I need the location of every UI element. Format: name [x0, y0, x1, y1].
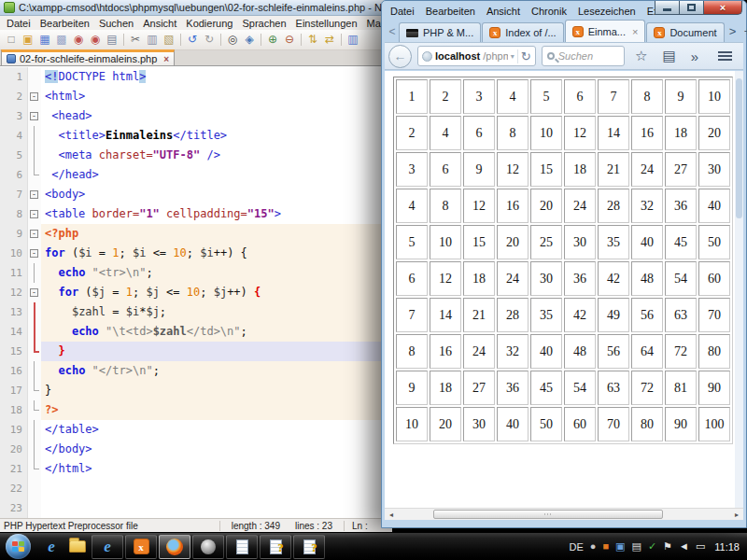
ff-menu-lesezeichen[interactable]: Lesezeichen	[572, 6, 641, 17]
zoom-out-icon[interactable]: ⊖	[281, 32, 298, 48]
code-editor[interactable]: 1<!DOCTYPE html>2-<html>3- <head>4 <titl…	[0, 67, 392, 518]
maximize-button[interactable]	[679, 1, 704, 15]
taskbar-clock[interactable]: 11:18	[714, 541, 740, 553]
npp-menu-datei[interactable]: Datei	[2, 18, 35, 29]
table-cell: 8	[631, 79, 663, 114]
fold-margin[interactable]: -	[28, 87, 41, 106]
tray-update-icon[interactable]: ✓	[648, 541, 656, 552]
ff-menu-chronik[interactable]: Chronik	[526, 6, 572, 17]
zoom-in-icon[interactable]: ⊕	[264, 32, 281, 48]
fold-margin[interactable]: -	[28, 283, 41, 302]
browser-tab-4[interactable]: xDocument	[646, 22, 724, 42]
new-tab-button[interactable]: +	[740, 22, 747, 42]
close-all-icon[interactable]: ◉	[87, 32, 104, 48]
tab-scroll-right-icon[interactable]: >	[726, 22, 740, 42]
notepadpp-file-tab[interactable]: 02-for-schleife-einmaleins.php ×	[1, 49, 175, 65]
table-cell: 48	[564, 334, 596, 369]
tray-network-icon[interactable]: ▭	[696, 541, 705, 552]
code-text: for ($i = 1; $i <= 10; $i++) {	[41, 244, 392, 263]
fold-box-icon[interactable]: -	[30, 190, 38, 199]
npp-menu-ansicht[interactable]: Ansicht	[138, 18, 181, 29]
taskbar-help-doc-button[interactable]: ?	[260, 535, 291, 559]
tray-display-icon[interactable]: ▣	[615, 541, 625, 552]
sync-h-icon[interactable]: ⇄	[321, 32, 338, 48]
fold-box-icon[interactable]: -	[30, 112, 38, 120]
undo-icon[interactable]: ↺	[184, 32, 201, 48]
fold-margin[interactable]: -	[28, 244, 41, 263]
vscroll-thumb[interactable]	[736, 78, 742, 218]
ff-menu-datei[interactable]: Datei	[385, 6, 420, 17]
fold-margin[interactable]: -	[28, 224, 41, 244]
pinned-explorer-icon[interactable]	[64, 535, 91, 559]
reload-icon[interactable]: ↻	[521, 49, 531, 63]
redo-icon[interactable]: ↻	[201, 32, 218, 48]
scroll-right-icon[interactable]: ▸	[730, 511, 743, 519]
paste-icon[interactable]: ▧	[161, 32, 177, 48]
vertical-scrollbar[interactable]	[735, 71, 743, 508]
scroll-left-icon[interactable]: ◂	[385, 511, 398, 519]
url-bar[interactable]: localhost /phpmysql/uel ▾ ↻	[417, 46, 536, 66]
start-button[interactable]	[6, 534, 31, 559]
bookmarks-clipboard-icon[interactable]: ▤	[657, 48, 680, 64]
pinned-ie-icon[interactable]: e	[38, 535, 64, 559]
language-indicator[interactable]: DE	[569, 541, 583, 553]
fold-box-icon[interactable]: -	[30, 249, 38, 258]
search-input[interactable]: Suchen	[542, 46, 625, 66]
tray-volume-icon[interactable]: ◄	[679, 541, 689, 552]
fold-box-icon[interactable]: -	[30, 230, 38, 238]
close-file-icon[interactable]: ◉	[70, 32, 87, 48]
tab-scroll-left-icon[interactable]: <	[386, 22, 399, 42]
replace-icon[interactable]: ◈	[241, 32, 258, 48]
open-file-icon[interactable]: ▣	[20, 32, 36, 48]
npp-menu-sprachen[interactable]: Sprachen	[237, 18, 290, 29]
fold-box-icon[interactable]: -	[30, 92, 38, 101]
tab-close-icon[interactable]: ×	[632, 26, 638, 37]
back-button[interactable]: ←	[388, 45, 412, 68]
browser-content: 1234567891024681012141618203691215182124…	[385, 71, 735, 508]
bookmark-star-icon[interactable]: ☆	[630, 48, 652, 64]
fold-box-icon[interactable]: -	[30, 288, 38, 297]
tray-xampp-icon[interactable]: ■	[602, 541, 609, 552]
print-icon[interactable]: ▤	[104, 32, 120, 48]
browser-tab-2[interactable]: xIndex of /...	[482, 22, 563, 42]
browser-tab-1[interactable]: PHP & M...	[399, 22, 481, 42]
menu-hamburger-icon[interactable]	[711, 51, 740, 61]
tray-keyboard-icon[interactable]: ▤	[631, 541, 641, 552]
taskbar-help-doc-2-button[interactable]: ?	[293, 535, 325, 559]
npp-menu-bearbeiten[interactable]: Bearbeiten	[35, 18, 94, 29]
fold-box-icon[interactable]: -	[30, 210, 38, 218]
notepadpp-titlebar[interactable]: C:\xampp-cmsod\htdocs\phpmysql\uebungen\…	[0, 0, 392, 16]
minimize-button[interactable]	[655, 1, 680, 15]
taskbar-xampp-button[interactable]: x	[125, 535, 157, 559]
find-icon[interactable]: ◎	[224, 32, 241, 48]
copy-icon[interactable]: ▥	[144, 32, 161, 48]
fold-margin[interactable]: -	[28, 204, 41, 224]
taskbar-notepad-button[interactable]	[226, 535, 258, 559]
taskbar-app-button[interactable]	[192, 535, 224, 559]
ff-menu-ansicht[interactable]: Ansicht	[481, 6, 526, 17]
tab-close-icon[interactable]: ×	[163, 54, 169, 64]
url-dropdown-icon[interactable]: ▾	[511, 52, 514, 61]
save-all-icon[interactable]: ▩	[53, 32, 70, 48]
save-icon[interactable]: ▦	[36, 32, 53, 48]
overflow-icon[interactable]: »	[686, 49, 703, 64]
fold-margin[interactable]: -	[28, 185, 41, 204]
horizontal-scrollbar[interactable]: ◂ ▸	[385, 508, 743, 520]
browser-tab-3[interactable]: xEinma...×	[565, 20, 646, 42]
tray-flag-icon[interactable]: ⚑	[663, 541, 672, 552]
tray-hidden-icons-icon[interactable]: ●	[590, 541, 597, 552]
new-file-icon[interactable]: □	[3, 32, 20, 48]
code-line: 23	[0, 498, 392, 518]
doc-map-icon[interactable]: ▥	[345, 32, 361, 48]
close-button[interactable]: ×	[703, 1, 742, 15]
fold-margin[interactable]: -	[28, 106, 41, 126]
npp-menu-einstellungen[interactable]: Einstellungen	[291, 18, 362, 29]
cut-icon[interactable]: ✂	[127, 32, 144, 48]
sync-v-icon[interactable]: ⇅	[304, 32, 321, 48]
taskbar-ie-button[interactable]: e	[92, 535, 123, 559]
npp-menu-kodierung[interactable]: Kodierung	[181, 18, 237, 29]
ff-menu-bearbeiten[interactable]: Bearbeiten	[420, 6, 481, 17]
hscroll-thumb[interactable]	[433, 510, 663, 519]
npp-menu-suchen[interactable]: Suchen	[94, 18, 138, 29]
taskbar-firefox-button[interactable]	[159, 535, 190, 559]
